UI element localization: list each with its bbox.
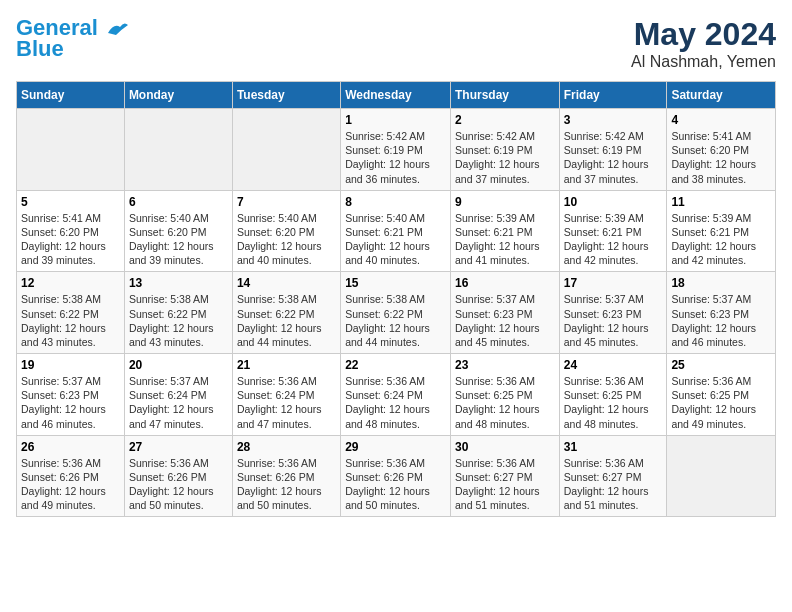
- day-number: 28: [237, 440, 336, 454]
- day-number: 10: [564, 195, 663, 209]
- day-info: Sunrise: 5:40 AMSunset: 6:20 PMDaylight:…: [237, 211, 336, 268]
- header-wednesday: Wednesday: [341, 82, 451, 109]
- day-info: Sunrise: 5:36 AMSunset: 6:25 PMDaylight:…: [564, 374, 663, 431]
- table-row: 18Sunrise: 5:37 AMSunset: 6:23 PMDayligh…: [667, 272, 776, 354]
- day-info: Sunrise: 5:36 AMSunset: 6:25 PMDaylight:…: [671, 374, 771, 431]
- table-row: 1Sunrise: 5:42 AMSunset: 6:19 PMDaylight…: [341, 109, 451, 191]
- day-number: 19: [21, 358, 120, 372]
- table-row: 2Sunrise: 5:42 AMSunset: 6:19 PMDaylight…: [450, 109, 559, 191]
- table-row: 3Sunrise: 5:42 AMSunset: 6:19 PMDaylight…: [559, 109, 667, 191]
- day-number: 31: [564, 440, 663, 454]
- day-number: 17: [564, 276, 663, 290]
- logo: General Blue: [16, 16, 128, 62]
- day-info: Sunrise: 5:40 AMSunset: 6:21 PMDaylight:…: [345, 211, 446, 268]
- table-row: 25Sunrise: 5:36 AMSunset: 6:25 PMDayligh…: [667, 354, 776, 436]
- table-row: 31Sunrise: 5:36 AMSunset: 6:27 PMDayligh…: [559, 435, 667, 517]
- day-info: Sunrise: 5:42 AMSunset: 6:19 PMDaylight:…: [345, 129, 446, 186]
- day-info: Sunrise: 5:40 AMSunset: 6:20 PMDaylight:…: [129, 211, 228, 268]
- day-number: 20: [129, 358, 228, 372]
- day-info: Sunrise: 5:39 AMSunset: 6:21 PMDaylight:…: [455, 211, 555, 268]
- day-info: Sunrise: 5:39 AMSunset: 6:21 PMDaylight:…: [671, 211, 771, 268]
- table-row: 6Sunrise: 5:40 AMSunset: 6:20 PMDaylight…: [124, 190, 232, 272]
- day-info: Sunrise: 5:36 AMSunset: 6:24 PMDaylight:…: [345, 374, 446, 431]
- calendar-week-row: 26Sunrise: 5:36 AMSunset: 6:26 PMDayligh…: [17, 435, 776, 517]
- sub-title: Al Nashmah, Yemen: [631, 53, 776, 71]
- table-row: 10Sunrise: 5:39 AMSunset: 6:21 PMDayligh…: [559, 190, 667, 272]
- day-number: 9: [455, 195, 555, 209]
- day-info: Sunrise: 5:38 AMSunset: 6:22 PMDaylight:…: [237, 292, 336, 349]
- day-number: 7: [237, 195, 336, 209]
- day-number: 4: [671, 113, 771, 127]
- day-info: Sunrise: 5:37 AMSunset: 6:23 PMDaylight:…: [21, 374, 120, 431]
- day-number: 30: [455, 440, 555, 454]
- day-number: 18: [671, 276, 771, 290]
- header-thursday: Thursday: [450, 82, 559, 109]
- day-info: Sunrise: 5:41 AMSunset: 6:20 PMDaylight:…: [21, 211, 120, 268]
- day-info: Sunrise: 5:36 AMSunset: 6:26 PMDaylight:…: [237, 456, 336, 513]
- day-number: 6: [129, 195, 228, 209]
- title-area: May 2024 Al Nashmah, Yemen: [631, 16, 776, 71]
- day-info: Sunrise: 5:36 AMSunset: 6:27 PMDaylight:…: [564, 456, 663, 513]
- table-row: 23Sunrise: 5:36 AMSunset: 6:25 PMDayligh…: [450, 354, 559, 436]
- day-info: Sunrise: 5:36 AMSunset: 6:26 PMDaylight:…: [129, 456, 228, 513]
- header-tuesday: Tuesday: [232, 82, 340, 109]
- day-info: Sunrise: 5:37 AMSunset: 6:23 PMDaylight:…: [671, 292, 771, 349]
- day-number: 29: [345, 440, 446, 454]
- table-row: 13Sunrise: 5:38 AMSunset: 6:22 PMDayligh…: [124, 272, 232, 354]
- day-number: 15: [345, 276, 446, 290]
- table-row: [17, 109, 125, 191]
- day-number: 1: [345, 113, 446, 127]
- table-row: 24Sunrise: 5:36 AMSunset: 6:25 PMDayligh…: [559, 354, 667, 436]
- day-number: 27: [129, 440, 228, 454]
- day-info: Sunrise: 5:36 AMSunset: 6:26 PMDaylight:…: [345, 456, 446, 513]
- logo-line2: Blue: [16, 36, 64, 62]
- header-monday: Monday: [124, 82, 232, 109]
- table-row: [667, 435, 776, 517]
- day-number: 8: [345, 195, 446, 209]
- weekday-header-row: Sunday Monday Tuesday Wednesday Thursday…: [17, 82, 776, 109]
- day-info: Sunrise: 5:38 AMSunset: 6:22 PMDaylight:…: [21, 292, 120, 349]
- header-saturday: Saturday: [667, 82, 776, 109]
- table-row: [232, 109, 340, 191]
- main-title: May 2024: [631, 16, 776, 53]
- table-row: 22Sunrise: 5:36 AMSunset: 6:24 PMDayligh…: [341, 354, 451, 436]
- table-row: 4Sunrise: 5:41 AMSunset: 6:20 PMDaylight…: [667, 109, 776, 191]
- table-row: 11Sunrise: 5:39 AMSunset: 6:21 PMDayligh…: [667, 190, 776, 272]
- day-number: 25: [671, 358, 771, 372]
- table-row: 27Sunrise: 5:36 AMSunset: 6:26 PMDayligh…: [124, 435, 232, 517]
- day-number: 21: [237, 358, 336, 372]
- table-row: 14Sunrise: 5:38 AMSunset: 6:22 PMDayligh…: [232, 272, 340, 354]
- calendar-table: Sunday Monday Tuesday Wednesday Thursday…: [16, 81, 776, 517]
- day-number: 26: [21, 440, 120, 454]
- table-row: [124, 109, 232, 191]
- day-info: Sunrise: 5:38 AMSunset: 6:22 PMDaylight:…: [129, 292, 228, 349]
- table-row: 30Sunrise: 5:36 AMSunset: 6:27 PMDayligh…: [450, 435, 559, 517]
- header: General Blue May 2024 Al Nashmah, Yemen: [16, 16, 776, 71]
- table-row: 17Sunrise: 5:37 AMSunset: 6:23 PMDayligh…: [559, 272, 667, 354]
- day-number: 12: [21, 276, 120, 290]
- calendar-week-row: 1Sunrise: 5:42 AMSunset: 6:19 PMDaylight…: [17, 109, 776, 191]
- table-row: 28Sunrise: 5:36 AMSunset: 6:26 PMDayligh…: [232, 435, 340, 517]
- header-sunday: Sunday: [17, 82, 125, 109]
- table-row: 16Sunrise: 5:37 AMSunset: 6:23 PMDayligh…: [450, 272, 559, 354]
- day-info: Sunrise: 5:37 AMSunset: 6:24 PMDaylight:…: [129, 374, 228, 431]
- day-info: Sunrise: 5:41 AMSunset: 6:20 PMDaylight:…: [671, 129, 771, 186]
- day-info: Sunrise: 5:36 AMSunset: 6:27 PMDaylight:…: [455, 456, 555, 513]
- day-number: 16: [455, 276, 555, 290]
- header-friday: Friday: [559, 82, 667, 109]
- table-row: 12Sunrise: 5:38 AMSunset: 6:22 PMDayligh…: [17, 272, 125, 354]
- day-number: 11: [671, 195, 771, 209]
- day-info: Sunrise: 5:42 AMSunset: 6:19 PMDaylight:…: [564, 129, 663, 186]
- table-row: 19Sunrise: 5:37 AMSunset: 6:23 PMDayligh…: [17, 354, 125, 436]
- logo-bird-icon: [106, 21, 128, 37]
- day-number: 22: [345, 358, 446, 372]
- table-row: 7Sunrise: 5:40 AMSunset: 6:20 PMDaylight…: [232, 190, 340, 272]
- table-row: 15Sunrise: 5:38 AMSunset: 6:22 PMDayligh…: [341, 272, 451, 354]
- calendar-week-row: 5Sunrise: 5:41 AMSunset: 6:20 PMDaylight…: [17, 190, 776, 272]
- calendar-week-row: 12Sunrise: 5:38 AMSunset: 6:22 PMDayligh…: [17, 272, 776, 354]
- calendar-week-row: 19Sunrise: 5:37 AMSunset: 6:23 PMDayligh…: [17, 354, 776, 436]
- day-number: 24: [564, 358, 663, 372]
- table-row: 21Sunrise: 5:36 AMSunset: 6:24 PMDayligh…: [232, 354, 340, 436]
- day-info: Sunrise: 5:36 AMSunset: 6:24 PMDaylight:…: [237, 374, 336, 431]
- day-number: 13: [129, 276, 228, 290]
